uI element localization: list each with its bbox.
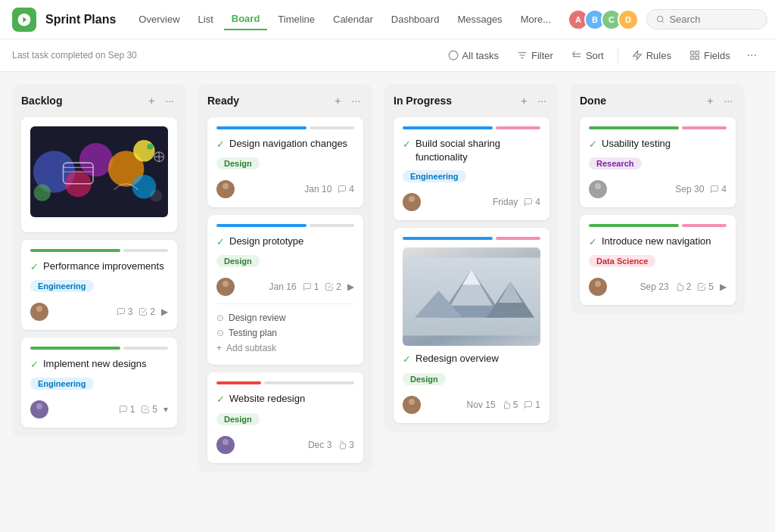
check-icon: ✓ — [216, 235, 225, 249]
fields-button[interactable]: Fields — [682, 46, 738, 65]
date-social: Friday — [493, 197, 518, 207]
filter-button[interactable]: Filter — [509, 46, 561, 65]
card-color-bar — [30, 249, 168, 252]
card-avatar-usability — [589, 180, 607, 198]
app-logo — [12, 8, 36, 32]
svg-point-23 — [34, 185, 51, 201]
search-input[interactable] — [669, 14, 758, 25]
column-backlog: Backlog + ··· — [12, 84, 186, 437]
more-backlog[interactable]: ··· — [162, 93, 177, 108]
comments-dnav: 4 — [338, 184, 354, 194]
add-card-ip[interactable]: + — [518, 93, 530, 108]
subtask-check-2: ⊙ — [216, 328, 224, 338]
svg-point-45 — [595, 183, 601, 189]
card-prototype[interactable]: ✓ Design prototype Design Jan 16 1 2 — [207, 215, 363, 365]
card-title-social: ✓ Build social sharing functionality — [403, 137, 540, 164]
svg-rect-10 — [696, 51, 699, 54]
card-meta-impl: 1 5 ▾ — [119, 404, 168, 415]
avatar-4: D — [618, 9, 639, 30]
card-social-sharing[interactable]: ✓ Build social sharing functionality Eng… — [394, 117, 549, 220]
add-card-done[interactable]: + — [704, 93, 716, 108]
comments-impl: 1 — [119, 404, 135, 415]
card-title-proto: ✓ Design prototype — [216, 235, 354, 249]
card-footer-proto: Jan 16 1 2 ▶ — [216, 278, 354, 296]
svg-marker-8 — [633, 51, 641, 60]
nav-board[interactable]: Board — [224, 8, 268, 30]
nav-more[interactable]: More... — [513, 9, 559, 30]
nav-calendar[interactable]: Calendar — [325, 9, 381, 30]
add-card-ready[interactable]: + — [331, 93, 344, 108]
card-footer-new-nav: Sep 23 2 5 ▶ — [589, 278, 727, 296]
more-done[interactable]: ··· — [721, 93, 736, 108]
more-ip[interactable]: ··· — [534, 93, 549, 108]
column-header-backlog: Backlog + ··· — [21, 93, 177, 108]
all-tasks-button[interactable]: All tasks — [440, 46, 506, 65]
add-card-backlog[interactable]: + — [145, 93, 157, 108]
subtasks-impl: 5 — [141, 404, 157, 415]
tag-new-nav: Data Science — [589, 255, 655, 267]
color-bar-usability — [589, 126, 727, 129]
date-website: Dec 3 — [308, 440, 331, 450]
nav-messages[interactable]: Messages — [450, 9, 509, 30]
card-usability[interactable]: ✓ Usability testing Research Sep 30 4 — [580, 117, 736, 207]
column-actions-ready: + ··· — [331, 93, 363, 108]
toolbar-right: All tasks Filter Sort Rules Fields ··· — [440, 45, 763, 65]
color-bar-new-nav — [589, 224, 727, 227]
rules-button[interactable]: Rules — [624, 46, 679, 65]
search-box[interactable] — [646, 9, 767, 30]
comments-social: 4 — [524, 197, 540, 207]
card-design-nav[interactable]: ✓ Design navigation changes Design Jan 1… — [207, 117, 363, 207]
board: Backlog + ··· — [0, 72, 775, 524]
card-meta-social: Friday 4 — [493, 197, 540, 207]
card-title-new-nav: ✓ Introduce new navigation — [589, 235, 727, 249]
card-footer-design-nav: Jan 10 4 — [216, 180, 354, 198]
card-color-bar-impl — [30, 347, 168, 350]
nav-timeline[interactable]: Timeline — [270, 9, 322, 30]
colorful-image — [30, 126, 168, 217]
date-usability: Sep 30 — [675, 184, 704, 194]
card-avatar-proto — [216, 278, 235, 296]
card-footer-impl: 1 5 ▾ — [30, 400, 168, 418]
subtasks-new-nav: 5 — [697, 282, 714, 292]
svg-point-28 — [147, 144, 153, 150]
fields-icon — [689, 50, 700, 61]
bar-seg-2 — [123, 347, 168, 350]
add-subtask-btn[interactable]: + Add subtask — [216, 341, 354, 356]
card-meta-new-nav: Sep 23 2 5 ▶ — [640, 282, 727, 292]
sort-button[interactable]: Sort — [564, 46, 612, 65]
tag-usability: Research — [589, 157, 642, 170]
search-icon — [656, 14, 665, 24]
column-actions-done: + ··· — [704, 93, 736, 108]
card-performance[interactable]: ✓ Performance improvements Engineering 3… — [21, 240, 177, 330]
subtask-design-review: ⊙ Design review — [216, 310, 354, 325]
card-colorful-image[interactable] — [21, 117, 177, 232]
nav-dashboard[interactable]: Dashboard — [384, 9, 447, 30]
card-website-redesign[interactable]: ✓ Website redesign Design Dec 3 3 — [207, 372, 363, 462]
svg-point-31 — [223, 183, 229, 189]
column-header-ip: In Progress + ··· — [394, 93, 549, 108]
nav-list[interactable]: List — [191, 9, 221, 30]
color-bar-website — [216, 381, 354, 384]
card-redesign-overview[interactable]: ✓ Redesign overview Design Nov 15 5 1 — [394, 228, 549, 422]
card-footer-website: Dec 3 3 — [216, 436, 354, 454]
card-implement[interactable]: ✓ Implement new designs Engineering 1 5 — [21, 338, 177, 428]
card-new-nav[interactable]: ✓ Introduce new navigation Data Science … — [580, 215, 736, 305]
nav-overview[interactable]: Overview — [131, 9, 187, 30]
card-meta-perf: 3 2 ▶ — [117, 306, 168, 317]
card-meta-redesign: Nov 15 5 1 — [467, 400, 540, 410]
toolbar-more[interactable]: ··· — [741, 45, 763, 65]
svg-point-0 — [658, 16, 664, 22]
arrow-impl: ▾ — [163, 404, 168, 415]
svg-point-29 — [36, 306, 42, 312]
card-footer-redesign: Nov 15 5 1 — [403, 396, 540, 414]
card-title-perf: ✓ Performance improvements — [30, 260, 168, 274]
more-ready[interactable]: ··· — [348, 93, 363, 108]
toolbar-status: Last task completed on Sep 30 — [12, 50, 137, 61]
card-meta-usability: Sep 30 4 — [675, 184, 727, 194]
mountain-image — [403, 247, 540, 346]
tag-redesign: Design — [403, 373, 446, 385]
svg-rect-9 — [691, 51, 694, 54]
card-avatar-dnav — [216, 180, 235, 198]
column-in-progress: In Progress + ··· ✓ Build social sharing… — [384, 84, 559, 432]
svg-point-22 — [133, 140, 154, 161]
